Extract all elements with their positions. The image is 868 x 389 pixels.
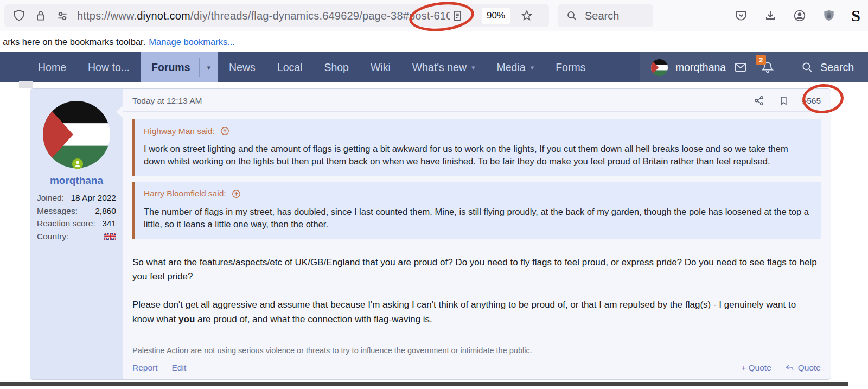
security-extension-icon[interactable] bbox=[822, 9, 836, 23]
avatar[interactable] bbox=[43, 101, 110, 168]
nav-wiki[interactable]: Wiki bbox=[360, 52, 401, 82]
bookmark-star-icon[interactable] bbox=[520, 9, 534, 23]
stat-country: Country: bbox=[37, 232, 116, 241]
share-icon[interactable] bbox=[754, 95, 765, 106]
account-icon[interactable] bbox=[793, 9, 807, 23]
browser-search-bar[interactable]: Search bbox=[558, 4, 653, 27]
manage-bookmarks-link[interactable]: Manage bookmarks... bbox=[149, 37, 235, 47]
zoom-level[interactable]: 90% bbox=[482, 8, 510, 24]
post-paragraph: So what are the features/aspects/etc of … bbox=[132, 256, 821, 284]
search-placeholder: Search bbox=[585, 10, 619, 22]
lock-icon[interactable] bbox=[34, 9, 48, 23]
alerts-bell[interactable]: 2 bbox=[761, 60, 775, 74]
post-header: Today at 12:13 AM #565 bbox=[123, 89, 831, 112]
nav-how-to[interactable]: How to... bbox=[77, 52, 141, 82]
quote-attribution-text: Highway Man said: bbox=[144, 126, 215, 136]
paragraph-text: are proud of, and what the connection wi… bbox=[195, 314, 432, 324]
quote-block: Highway Man said: I work on street light… bbox=[132, 119, 821, 176]
reader-mode-icon[interactable] bbox=[450, 9, 464, 23]
nav-news[interactable]: News bbox=[218, 52, 266, 82]
window-bottom-edge bbox=[0, 382, 848, 386]
bookmark-icon[interactable] bbox=[778, 95, 789, 106]
nav-media[interactable]: Media▾ bbox=[486, 52, 545, 82]
forum-post: morqthana Joined: 18 Apr 2022 Messages: … bbox=[30, 88, 831, 380]
author-stats: Joined: 18 Apr 2022 Messages: 2,860 Reac… bbox=[37, 193, 116, 241]
reply-icon bbox=[784, 362, 795, 373]
post-paragraph: Please don't get all aggressive and assu… bbox=[132, 298, 821, 327]
nav-whats-new-label: What's new bbox=[412, 61, 467, 74]
bold-text: you bbox=[178, 314, 195, 324]
report-link[interactable]: Report bbox=[132, 363, 158, 373]
url-bar[interactable]: https://www.diynot.com/diy/threads/flag-… bbox=[4, 4, 549, 27]
signature: Palestine Action are not using serious v… bbox=[132, 341, 821, 355]
permissions-icon[interactable] bbox=[55, 9, 69, 23]
chevron-down-icon: ▾ bbox=[471, 63, 475, 72]
bookmarks-hint-text: arks here on the bookmarks toolbar. bbox=[3, 37, 145, 47]
downloads-icon[interactable] bbox=[763, 9, 777, 23]
url-prefix: https://www. bbox=[77, 10, 137, 22]
author-username[interactable]: morqthana bbox=[37, 175, 116, 187]
quote-text: I work on street lighting and the amount… bbox=[144, 143, 812, 168]
browser-toolbar: https://www.diynot.com/diy/threads/flag-… bbox=[0, 0, 868, 31]
stat-messages: Messages: 2,860 bbox=[37, 206, 116, 216]
quote-attribution-text: Harry Bloomfield said: bbox=[144, 189, 226, 199]
stat-joined: Joined: 18 Apr 2022 bbox=[37, 193, 116, 203]
nav-items: Home How to... Forums ▾ News Local Shop … bbox=[0, 52, 596, 82]
bookmarks-bar: arks here on the bookmarks toolbar. Mana… bbox=[0, 31, 868, 52]
multiquote-button[interactable]: + Quote bbox=[741, 363, 771, 373]
stat-reaction-score: Reaction score: 341 bbox=[37, 219, 116, 228]
url-text: https://www.diynot.com/diy/threads/flag-… bbox=[77, 10, 450, 22]
nav-forums[interactable]: Forums ▾ bbox=[141, 52, 218, 82]
inbox-envelope-icon[interactable] bbox=[733, 60, 748, 74]
search-icon bbox=[565, 9, 578, 22]
nav-search[interactable]: Search bbox=[786, 52, 868, 82]
site-nav: Home How to... Forums ▾ News Local Shop … bbox=[0, 52, 868, 82]
extension-s-icon[interactable]: S bbox=[851, 7, 860, 25]
pocket-icon[interactable] bbox=[734, 9, 748, 23]
online-status-icon bbox=[72, 158, 84, 170]
arrow-up-circle-icon[interactable] bbox=[231, 189, 241, 199]
search-icon bbox=[800, 60, 814, 74]
nav-home[interactable]: Home bbox=[27, 52, 77, 82]
quote-attribution[interactable]: Harry Bloomfield said: bbox=[144, 189, 812, 199]
chevron-down-icon[interactable]: ▾ bbox=[200, 52, 219, 82]
edit-link[interactable]: Edit bbox=[172, 363, 187, 373]
previous-post-remnant bbox=[19, 81, 33, 88]
quote-attribution[interactable]: Highway Man said: bbox=[144, 126, 812, 136]
post-body: Highway Man said: I work on street light… bbox=[123, 112, 831, 327]
chevron-down-icon: ▾ bbox=[531, 63, 534, 72]
quote-button-label: Quote bbox=[798, 363, 821, 373]
quote-text: The number of flags in my street, has do… bbox=[144, 206, 812, 231]
post-number[interactable]: #565 bbox=[802, 96, 821, 106]
post-footer: Report Edit + Quote Quote bbox=[123, 355, 831, 380]
nav-forums-label: Forums bbox=[141, 52, 199, 82]
nav-whats-new[interactable]: What's new▾ bbox=[401, 52, 486, 82]
arrow-up-circle-icon[interactable] bbox=[220, 126, 230, 136]
url-path: /diy/threads/flag-dynamics.649629/page-3… bbox=[190, 10, 450, 22]
nav-forms[interactable]: Forms bbox=[545, 52, 596, 82]
nav-search-label: Search bbox=[820, 61, 854, 74]
nav-user-area: morqthana 2 Search bbox=[640, 52, 868, 82]
nav-user-avatar[interactable] bbox=[651, 59, 668, 76]
uk-flag-icon bbox=[104, 233, 116, 240]
nav-shop[interactable]: Shop bbox=[313, 52, 360, 82]
shield-icon[interactable] bbox=[12, 9, 26, 23]
post-content: Today at 12:13 AM #565 Highway Man said:… bbox=[123, 89, 831, 379]
quote-block: Harry Bloomfield said: The number of fla… bbox=[132, 182, 821, 239]
nav-username[interactable]: morqthana bbox=[675, 61, 726, 74]
nav-local[interactable]: Local bbox=[266, 52, 314, 82]
nav-media-label: Media bbox=[497, 61, 526, 74]
post-timestamp[interactable]: Today at 12:13 AM bbox=[132, 96, 202, 106]
quote-button[interactable]: Quote bbox=[784, 362, 821, 373]
toolbar-extensions: S bbox=[734, 7, 860, 25]
notification-badge[interactable]: 2 bbox=[756, 55, 766, 65]
url-domain: diynot.com bbox=[137, 10, 190, 22]
author-card: morqthana Joined: 18 Apr 2022 Messages: … bbox=[30, 89, 123, 379]
